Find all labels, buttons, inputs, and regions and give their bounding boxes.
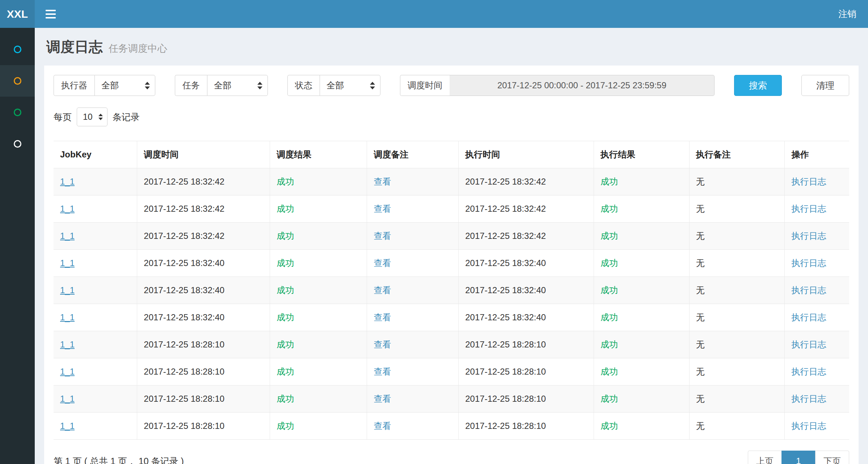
column-header-dispatch-time: 调度时间 <box>137 141 270 168</box>
exec-time-cell: 2017-12-25 18:32:42 <box>465 204 546 214</box>
next-page-button[interactable]: 下页 <box>815 451 849 464</box>
dispatch-remark-link[interactable]: 查看 <box>374 421 391 431</box>
table-row: 1_1 2017-12-25 18:32:42 成功 查看 2017-12-25… <box>54 168 849 195</box>
jobkey-link[interactable]: 1_1 <box>60 231 75 241</box>
filter-time-label: 调度时间 <box>400 75 450 96</box>
exec-log-link[interactable]: 执行日志 <box>791 285 826 295</box>
exec-log-link[interactable]: 执行日志 <box>791 231 826 241</box>
dispatch-time-cell: 2017-12-25 18:32:40 <box>144 285 224 295</box>
exec-log-link[interactable]: 执行日志 <box>791 394 826 404</box>
table-row: 1_1 2017-12-25 18:32:40 成功 查看 2017-12-25… <box>54 304 849 331</box>
exec-time-cell: 2017-12-25 18:32:40 <box>465 258 546 268</box>
exec-remark-cell: 无 <box>696 204 705 214</box>
dispatch-remark-link[interactable]: 查看 <box>374 231 391 241</box>
page-subtitle: 任务调度中心 <box>109 42 167 55</box>
exec-result-cell: 成功 <box>601 394 618 404</box>
pagination-summary: 第 1 页 ( 总共 1 页， 10 条记录 ) <box>54 455 184 464</box>
filter-executor: 执行器 全部 <box>54 75 155 96</box>
dispatch-result-cell: 成功 <box>277 312 294 322</box>
exec-time-cell: 2017-12-25 18:32:42 <box>465 177 546 186</box>
filter-status-select[interactable]: 全部 <box>320 75 380 96</box>
exec-log-link[interactable]: 执行日志 <box>791 312 826 322</box>
sidebar-toggle-button[interactable] <box>35 0 67 28</box>
jobkey-link[interactable]: 1_1 <box>60 367 75 376</box>
exec-log-link[interactable]: 执行日志 <box>791 258 826 268</box>
prev-page-button[interactable]: 上页 <box>748 451 782 464</box>
filter-bar: 执行器 全部 任务 全部 状态 <box>54 75 849 96</box>
logout-link[interactable]: 注销 <box>827 0 868 28</box>
table-row: 1_1 2017-12-25 18:32:40 成功 查看 2017-12-25… <box>54 250 849 277</box>
exec-result-cell: 成功 <box>601 177 618 186</box>
search-button[interactable]: 搜索 <box>734 75 782 96</box>
jobkey-link[interactable]: 1_1 <box>60 204 75 214</box>
page-1-button[interactable]: 1 <box>781 451 816 464</box>
column-header-exec-result: 执行结果 <box>594 141 689 168</box>
dispatch-remark-link[interactable]: 查看 <box>374 258 391 268</box>
dispatch-result-cell: 成功 <box>277 394 294 404</box>
exec-log-link[interactable]: 执行日志 <box>791 367 826 376</box>
jobkey-link[interactable]: 1_1 <box>60 312 75 322</box>
exec-log-link[interactable]: 执行日志 <box>791 204 826 214</box>
filter-job-value: 全部 <box>214 80 231 91</box>
content-area: 调度日志 任务调度中心 执行器 全部 任务 <box>35 28 868 464</box>
jobkey-link[interactable]: 1_1 <box>60 394 75 404</box>
jobkey-link[interactable]: 1_1 <box>60 421 75 431</box>
sidebar-item-4[interactable] <box>0 128 35 160</box>
page-title-text: 调度日志 <box>46 37 103 57</box>
sidebar-item-2[interactable] <box>0 65 35 97</box>
column-header-dispatch-remark: 调度备注 <box>367 141 459 168</box>
dispatch-remark-link[interactable]: 查看 <box>374 339 391 349</box>
filter-job-select[interactable]: 全部 <box>207 75 268 96</box>
exec-result-cell: 成功 <box>601 339 618 349</box>
dispatch-remark-link[interactable]: 查看 <box>374 204 391 214</box>
app-logo[interactable]: XXL <box>0 0 35 28</box>
circle-icon <box>14 46 21 53</box>
filter-status-label: 状态 <box>287 75 320 96</box>
per-page-select[interactable]: 10 <box>77 107 108 126</box>
circle-icon <box>14 77 21 85</box>
jobkey-link[interactable]: 1_1 <box>60 339 75 349</box>
exec-result-cell: 成功 <box>601 258 618 268</box>
exec-time-cell: 2017-12-25 18:32:42 <box>465 231 546 241</box>
jobkey-link[interactable]: 1_1 <box>60 285 75 295</box>
filter-job-label: 任务 <box>175 75 207 96</box>
table-row: 1_1 2017-12-25 18:28:10 成功 查看 2017-12-25… <box>54 385 849 413</box>
exec-log-link[interactable]: 执行日志 <box>791 421 826 431</box>
dispatch-time-cell: 2017-12-25 18:32:42 <box>144 204 224 214</box>
jobkey-link[interactable]: 1_1 <box>60 177 75 186</box>
clear-button[interactable]: 清理 <box>801 75 849 96</box>
exec-log-link[interactable]: 执行日志 <box>791 177 826 186</box>
filter-executor-select[interactable]: 全部 <box>94 75 155 96</box>
per-page-prefix: 每页 <box>54 111 72 123</box>
dispatch-result-cell: 成功 <box>277 204 294 214</box>
dispatch-remark-link[interactable]: 查看 <box>374 367 391 376</box>
page-title: 调度日志 任务调度中心 <box>46 37 857 57</box>
exec-time-cell: 2017-12-25 18:32:40 <box>465 285 546 295</box>
exec-time-cell: 2017-12-25 18:32:40 <box>465 312 546 322</box>
dispatch-remark-link[interactable]: 查看 <box>374 177 391 186</box>
sidebar-item-1[interactable] <box>0 34 35 65</box>
dispatch-time-cell: 2017-12-25 18:28:10 <box>144 339 224 349</box>
dispatch-time-cell: 2017-12-25 18:28:10 <box>144 421 224 431</box>
exec-remark-cell: 无 <box>696 367 705 376</box>
exec-time-cell: 2017-12-25 18:28:10 <box>465 339 546 349</box>
dispatch-result-cell: 成功 <box>277 231 294 241</box>
table-row: 1_1 2017-12-25 18:28:10 成功 查看 2017-12-25… <box>54 331 849 358</box>
hamburger-icon <box>46 17 56 18</box>
table-row: 1_1 2017-12-25 18:28:10 成功 查看 2017-12-25… <box>54 358 849 385</box>
select-arrows-icon <box>145 82 150 89</box>
per-page-value: 10 <box>83 112 93 122</box>
sidebar-item-3[interactable] <box>0 97 35 128</box>
dispatch-remark-link[interactable]: 查看 <box>374 312 391 322</box>
jobkey-link[interactable]: 1_1 <box>60 258 75 268</box>
exec-remark-cell: 无 <box>696 421 705 431</box>
table-footer: 第 1 页 ( 总共 1 页， 10 条记录 ) 上页 1 下页 <box>54 451 849 464</box>
select-arrows-icon <box>257 82 262 89</box>
dispatch-remark-link[interactable]: 查看 <box>374 394 391 404</box>
exec-result-cell: 成功 <box>601 367 618 376</box>
dispatch-remark-link[interactable]: 查看 <box>374 285 391 295</box>
dispatch-time-cell: 2017-12-25 18:32:40 <box>144 258 224 268</box>
exec-log-link[interactable]: 执行日志 <box>791 339 826 349</box>
exec-result-cell: 成功 <box>601 231 618 241</box>
time-range-input[interactable] <box>450 75 715 96</box>
